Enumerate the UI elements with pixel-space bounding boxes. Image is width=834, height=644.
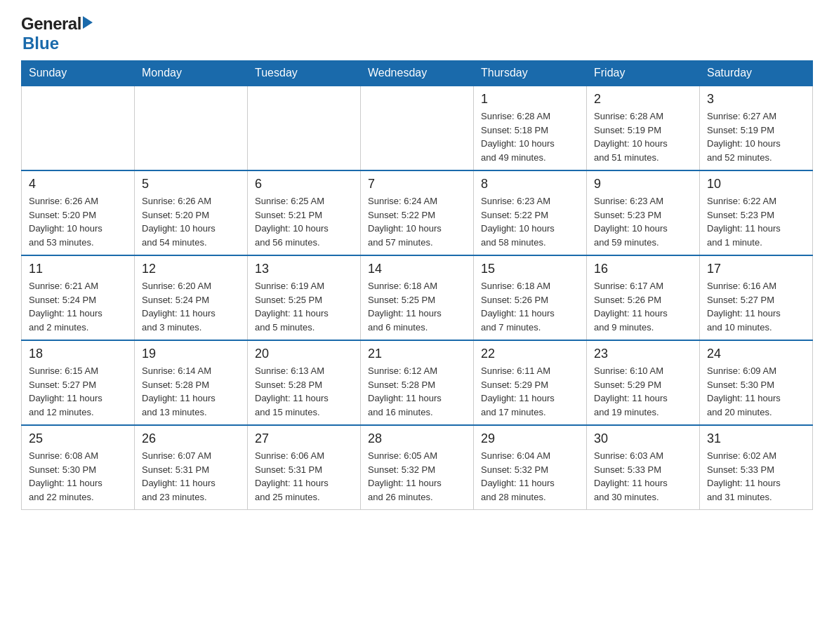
day-info: Sunrise: 6:27 AM Sunset: 5:19 PM Dayligh…: [707, 109, 805, 164]
weekday-header-row: SundayMondayTuesdayWednesdayThursdayFrid…: [22, 61, 813, 86]
day-info: Sunrise: 6:20 AM Sunset: 5:24 PM Dayligh…: [142, 279, 240, 334]
day-cell-28: 28Sunrise: 6:05 AM Sunset: 5:32 PM Dayli…: [361, 425, 474, 510]
day-cell-31: 31Sunrise: 6:02 AM Sunset: 5:33 PM Dayli…: [700, 425, 813, 510]
page-header: General Blue: [21, 14, 813, 53]
day-number: 14: [368, 262, 466, 276]
day-number: 3: [707, 92, 805, 107]
day-cell-14: 14Sunrise: 6:18 AM Sunset: 5:25 PM Dayli…: [361, 255, 474, 340]
day-cell-25: 25Sunrise: 6:08 AM Sunset: 5:30 PM Dayli…: [22, 425, 135, 510]
weekday-header-wednesday: Wednesday: [361, 61, 474, 86]
day-cell-22: 22Sunrise: 6:11 AM Sunset: 5:29 PM Dayli…: [474, 340, 587, 425]
day-number: 11: [29, 262, 127, 276]
day-info: Sunrise: 6:05 AM Sunset: 5:32 PM Dayligh…: [368, 449, 466, 504]
day-info: Sunrise: 6:15 AM Sunset: 5:27 PM Dayligh…: [29, 364, 127, 419]
day-cell-8: 8Sunrise: 6:23 AM Sunset: 5:22 PM Daylig…: [474, 170, 587, 255]
day-cell-13: 13Sunrise: 6:19 AM Sunset: 5:25 PM Dayli…: [248, 255, 361, 340]
logo-general-text: General: [21, 14, 81, 34]
day-number: 6: [255, 177, 353, 192]
empty-cell: [22, 86, 135, 170]
day-number: 19: [142, 347, 240, 361]
empty-cell: [135, 86, 248, 170]
day-cell-4: 4Sunrise: 6:26 AM Sunset: 5:20 PM Daylig…: [22, 170, 135, 255]
day-info: Sunrise: 6:22 AM Sunset: 5:23 PM Dayligh…: [707, 194, 805, 249]
day-cell-20: 20Sunrise: 6:13 AM Sunset: 5:28 PM Dayli…: [248, 340, 361, 425]
day-info: Sunrise: 6:28 AM Sunset: 5:18 PM Dayligh…: [481, 109, 579, 164]
day-cell-17: 17Sunrise: 6:16 AM Sunset: 5:27 PM Dayli…: [700, 255, 813, 340]
day-number: 25: [29, 431, 127, 446]
day-cell-9: 9Sunrise: 6:23 AM Sunset: 5:23 PM Daylig…: [587, 170, 700, 255]
day-info: Sunrise: 6:02 AM Sunset: 5:33 PM Dayligh…: [707, 449, 805, 504]
day-cell-5: 5Sunrise: 6:26 AM Sunset: 5:20 PM Daylig…: [135, 170, 248, 255]
day-info: Sunrise: 6:13 AM Sunset: 5:28 PM Dayligh…: [255, 364, 353, 419]
calendar-table: SundayMondayTuesdayWednesdayThursdayFrid…: [21, 60, 813, 510]
day-number: 9: [594, 177, 692, 192]
day-number: 24: [707, 347, 805, 361]
day-number: 27: [255, 431, 353, 446]
day-number: 15: [481, 262, 579, 276]
day-info: Sunrise: 6:03 AM Sunset: 5:33 PM Dayligh…: [594, 449, 692, 504]
day-cell-24: 24Sunrise: 6:09 AM Sunset: 5:30 PM Dayli…: [700, 340, 813, 425]
day-number: 30: [594, 431, 692, 446]
day-info: Sunrise: 6:14 AM Sunset: 5:28 PM Dayligh…: [142, 364, 240, 419]
day-number: 2: [594, 92, 692, 107]
day-info: Sunrise: 6:24 AM Sunset: 5:22 PM Dayligh…: [368, 194, 466, 249]
day-cell-21: 21Sunrise: 6:12 AM Sunset: 5:28 PM Dayli…: [361, 340, 474, 425]
day-number: 26: [142, 431, 240, 446]
logo-arrow-icon: [83, 16, 93, 29]
logo: General Blue: [21, 14, 93, 53]
weekday-header-saturday: Saturday: [700, 61, 813, 86]
day-cell-29: 29Sunrise: 6:04 AM Sunset: 5:32 PM Dayli…: [474, 425, 587, 510]
day-info: Sunrise: 6:17 AM Sunset: 5:26 PM Dayligh…: [594, 279, 692, 334]
day-number: 20: [255, 347, 353, 361]
weekday-header-thursday: Thursday: [474, 61, 587, 86]
day-info: Sunrise: 6:23 AM Sunset: 5:22 PM Dayligh…: [481, 194, 579, 249]
day-info: Sunrise: 6:23 AM Sunset: 5:23 PM Dayligh…: [594, 194, 692, 249]
day-info: Sunrise: 6:08 AM Sunset: 5:30 PM Dayligh…: [29, 449, 127, 504]
day-number: 18: [29, 347, 127, 361]
day-cell-23: 23Sunrise: 6:10 AM Sunset: 5:29 PM Dayli…: [587, 340, 700, 425]
day-info: Sunrise: 6:21 AM Sunset: 5:24 PM Dayligh…: [29, 279, 127, 334]
week-row-1: 1Sunrise: 6:28 AM Sunset: 5:18 PM Daylig…: [22, 86, 813, 170]
day-number: 7: [368, 177, 466, 192]
day-number: 16: [594, 262, 692, 276]
day-cell-19: 19Sunrise: 6:14 AM Sunset: 5:28 PM Dayli…: [135, 340, 248, 425]
day-info: Sunrise: 6:28 AM Sunset: 5:19 PM Dayligh…: [594, 109, 692, 164]
day-info: Sunrise: 6:07 AM Sunset: 5:31 PM Dayligh…: [142, 449, 240, 504]
day-number: 5: [142, 177, 240, 192]
week-row-4: 18Sunrise: 6:15 AM Sunset: 5:27 PM Dayli…: [22, 340, 813, 425]
day-cell-26: 26Sunrise: 6:07 AM Sunset: 5:31 PM Dayli…: [135, 425, 248, 510]
day-number: 4: [29, 177, 127, 192]
day-cell-3: 3Sunrise: 6:27 AM Sunset: 5:19 PM Daylig…: [700, 86, 813, 170]
week-row-2: 4Sunrise: 6:26 AM Sunset: 5:20 PM Daylig…: [22, 170, 813, 255]
day-cell-1: 1Sunrise: 6:28 AM Sunset: 5:18 PM Daylig…: [474, 86, 587, 170]
day-info: Sunrise: 6:26 AM Sunset: 5:20 PM Dayligh…: [142, 194, 240, 249]
day-number: 8: [481, 177, 579, 192]
day-cell-11: 11Sunrise: 6:21 AM Sunset: 5:24 PM Dayli…: [22, 255, 135, 340]
day-number: 10: [707, 177, 805, 192]
day-cell-2: 2Sunrise: 6:28 AM Sunset: 5:19 PM Daylig…: [587, 86, 700, 170]
day-info: Sunrise: 6:16 AM Sunset: 5:27 PM Dayligh…: [707, 279, 805, 334]
day-cell-7: 7Sunrise: 6:24 AM Sunset: 5:22 PM Daylig…: [361, 170, 474, 255]
day-info: Sunrise: 6:06 AM Sunset: 5:31 PM Dayligh…: [255, 449, 353, 504]
day-cell-15: 15Sunrise: 6:18 AM Sunset: 5:26 PM Dayli…: [474, 255, 587, 340]
empty-cell: [361, 86, 474, 170]
weekday-header-friday: Friday: [587, 61, 700, 86]
day-number: 1: [481, 92, 579, 107]
day-cell-10: 10Sunrise: 6:22 AM Sunset: 5:23 PM Dayli…: [700, 170, 813, 255]
day-info: Sunrise: 6:25 AM Sunset: 5:21 PM Dayligh…: [255, 194, 353, 249]
day-info: Sunrise: 6:12 AM Sunset: 5:28 PM Dayligh…: [368, 364, 466, 419]
weekday-header-sunday: Sunday: [22, 61, 135, 86]
logo-blue-text: Blue: [22, 34, 59, 53]
day-cell-6: 6Sunrise: 6:25 AM Sunset: 5:21 PM Daylig…: [248, 170, 361, 255]
day-number: 12: [142, 262, 240, 276]
weekday-header-tuesday: Tuesday: [248, 61, 361, 86]
day-cell-30: 30Sunrise: 6:03 AM Sunset: 5:33 PM Dayli…: [587, 425, 700, 510]
week-row-5: 25Sunrise: 6:08 AM Sunset: 5:30 PM Dayli…: [22, 425, 813, 510]
day-number: 29: [481, 431, 579, 446]
day-info: Sunrise: 6:26 AM Sunset: 5:20 PM Dayligh…: [29, 194, 127, 249]
day-number: 23: [594, 347, 692, 361]
day-number: 17: [707, 262, 805, 276]
day-info: Sunrise: 6:09 AM Sunset: 5:30 PM Dayligh…: [707, 364, 805, 419]
day-info: Sunrise: 6:10 AM Sunset: 5:29 PM Dayligh…: [594, 364, 692, 419]
day-number: 28: [368, 431, 466, 446]
